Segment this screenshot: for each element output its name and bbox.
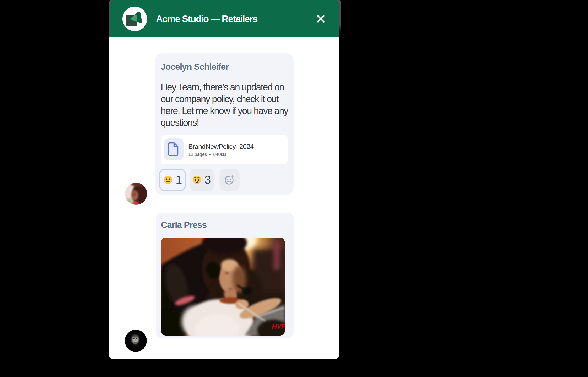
svg-text:HVP: HVP [272,322,285,330]
